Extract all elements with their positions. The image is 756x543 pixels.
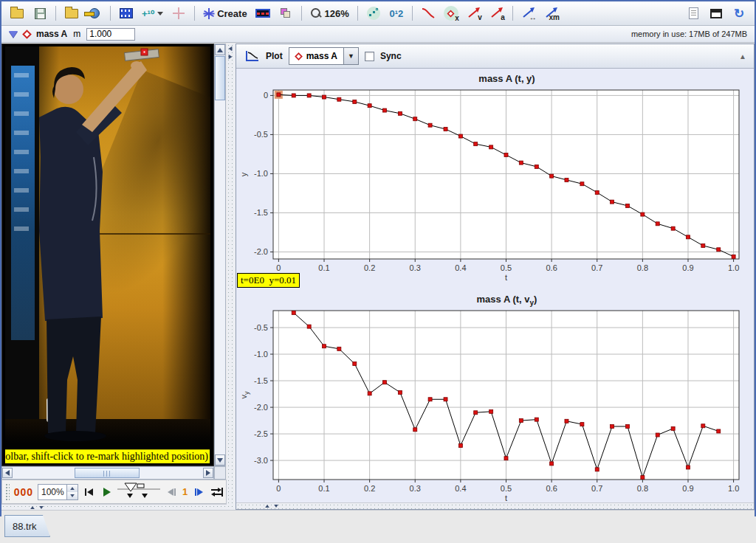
svg-text:-0.5: -0.5 [254, 130, 268, 139]
svg-text:-1.5: -1.5 [254, 208, 268, 217]
marking-notice: olbar, shift-click to re-mark highlighte… [5, 449, 210, 463]
notes-button[interactable] [684, 4, 703, 23]
stretch-vectors-button[interactable]: ↔ [519, 4, 538, 23]
plot-label: Plot [266, 51, 283, 61]
velocities-button[interactable]: v [464, 4, 484, 23]
calibration-button[interactable] [169, 4, 188, 23]
center-of-mass-button[interactable]: xm [542, 4, 561, 23]
save-button[interactable] [30, 4, 49, 23]
plots-area: mass A (t, y) 00.10.20.30.40.50.60.70.80… [236, 69, 754, 502]
svg-text:0.6: 0.6 [546, 263, 557, 272]
spinner-up-button[interactable] [67, 485, 78, 492]
collapse-arrow-icon[interactable]: ▲ [739, 52, 746, 60]
plot-body: 00.10.20.30.40.50.60.70.80.91.0-0.5-1.0-… [238, 305, 752, 506]
splitter-up-arrow-icon[interactable] [30, 506, 35, 509]
play-icon [103, 488, 111, 497]
svg-text:y: y [239, 172, 248, 176]
accelerations-button[interactable]: a [487, 4, 506, 23]
video-viewport[interactable]: olbar, shift-click to re-mark highlighte… [1, 44, 214, 466]
svg-text:0: 0 [264, 91, 268, 100]
step-forward-button[interactable] [192, 484, 205, 500]
numbers-icon: 0¹2 [389, 8, 403, 19]
path-curve-icon [421, 7, 436, 19]
svg-text:0.4: 0.4 [455, 484, 466, 493]
horizontal-scroll-thumb[interactable] [75, 468, 140, 478]
svg-text:0.3: 0.3 [410, 484, 421, 493]
splitter-down-arrow-icon[interactable] [39, 506, 44, 509]
svg-text:0.5: 0.5 [501, 263, 512, 272]
step-back-button[interactable] [165, 484, 178, 500]
track-selector-dropdown[interactable]: mass A ▼ [289, 47, 359, 65]
svg-text:0.9: 0.9 [682, 484, 693, 493]
positions-button[interactable]: x [441, 4, 461, 23]
scroll-right-button[interactable] [203, 468, 213, 478]
trails-button[interactable] [364, 4, 383, 23]
plot-bottom-splitter[interactable] [236, 502, 754, 509]
reset-bar-icon [85, 488, 86, 496]
axes-button[interactable]: +¹⁰ [140, 4, 165, 23]
splitter-up-arrow-icon[interactable] [265, 505, 269, 508]
dropdown-arrow-button[interactable]: ▼ [344, 47, 359, 65]
track-control-icon [255, 9, 270, 18]
axes-icon: +¹⁰ [142, 8, 154, 19]
left-bottom-splitter[interactable] [1, 504, 227, 510]
splitter-left-arrow-icon[interactable] [229, 46, 233, 51]
acceleration-arrow-icon: a [489, 7, 504, 20]
create-button[interactable]: Create [201, 4, 249, 23]
data-builder-button[interactable] [276, 4, 295, 23]
scroll-up-button[interactable] [215, 44, 225, 55]
plot-title: mass A (t, y) [273, 70, 740, 85]
svg-text:0: 0 [276, 263, 281, 272]
step-forward-bar-icon [195, 488, 196, 496]
scrollbar-corner [214, 466, 226, 480]
open-button[interactable] [7, 4, 27, 23]
number-format-button[interactable]: 0¹2 [387, 4, 406, 23]
plot-canvas[interactable]: 00.10.20.30.40.50.60.70.80.91.00-0.5-1.0… [238, 85, 751, 283]
mass-value-field[interactable] [86, 28, 135, 41]
track-toolbar: mass A m memory in use: 17MB of 247MB [1, 26, 755, 43]
plot-canvas[interactable]: 00.10.20.30.40.50.60.70.80.91.0-0.5-1.0-… [238, 305, 751, 503]
splitter-right-arrow-icon[interactable] [229, 55, 233, 59]
open-file-button[interactable] [62, 4, 81, 23]
toolbar-separator [412, 6, 413, 21]
svg-text:1.0: 1.0 [728, 263, 739, 272]
track-shape-icon[interactable] [22, 30, 32, 39]
sync-checkbox[interactable] [365, 52, 374, 61]
create-star-icon [203, 8, 214, 19]
zoom-button[interactable]: 126% [308, 4, 351, 23]
player-grip[interactable] [5, 483, 10, 501]
spinner-down-button[interactable] [67, 492, 78, 499]
track-control-button[interactable] [253, 4, 272, 23]
svg-text:0.9: 0.9 [682, 263, 693, 272]
track-menu-icon[interactable] [9, 31, 18, 38]
track-selector-value[interactable]: mass A [289, 47, 344, 65]
scroll-down-button[interactable] [215, 454, 225, 466]
plot-chart-icon[interactable] [244, 49, 260, 63]
paths-button[interactable] [419, 4, 438, 23]
loop-button[interactable] [210, 484, 223, 500]
video-horizontal-scrollbar[interactable] [1, 466, 214, 480]
scroll-left-button[interactable] [2, 468, 13, 478]
toolbar-separator [512, 6, 513, 21]
play-button[interactable] [100, 484, 114, 500]
file-tab[interactable]: 88.trk [4, 515, 50, 537]
video-plot-splitter[interactable] [227, 44, 236, 510]
refresh-button[interactable]: ↻ [729, 4, 749, 23]
video-frame: olbar, shift-click to re-mark highlighte… [5, 46, 210, 463]
svg-text:t: t [505, 273, 507, 282]
import-button[interactable] [85, 4, 104, 23]
splitter-down-arrow-icon[interactable] [274, 505, 278, 508]
plot-t-y: mass A (t, y) 00.10.20.30.40.50.60.70.80… [238, 70, 752, 287]
vertical-scroll-thumb[interactable] [215, 56, 225, 100]
video-vertical-scrollbar[interactable] [214, 44, 226, 466]
magnifier-icon [310, 7, 322, 19]
chevron-down-icon: ▼ [348, 52, 354, 60]
window-layout-button[interactable] [707, 4, 726, 23]
toolbar-separator [55, 6, 56, 21]
svg-text:0.8: 0.8 [637, 263, 648, 272]
player-slider[interactable] [117, 482, 160, 502]
open-file-icon [65, 9, 78, 18]
clip-settings-button[interactable] [117, 4, 136, 23]
player-zoom-spinner[interactable]: 100% [38, 484, 78, 500]
reset-button[interactable] [83, 484, 96, 500]
